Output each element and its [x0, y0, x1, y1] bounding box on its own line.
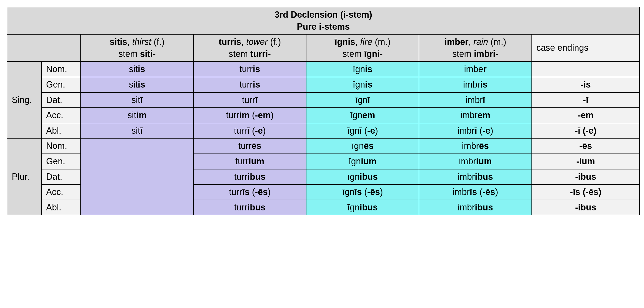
cell-imber-plur-acc: imbrīs (-ēs) — [419, 184, 532, 200]
row-sing-dat: Dat. sitī turrī īgnī imbrī -ī — [7, 92, 640, 108]
row-sing-abl: Abl. sitī turrī (-e) īgnī (-e) imbrī (-e… — [7, 123, 640, 138]
ending-sing-dat: -ī — [532, 92, 640, 108]
cell-imber-sing-nom: imber — [419, 62, 532, 77]
cell-ignis-plur-gen: īgnium — [306, 154, 419, 169]
ending-plur-nom: -ēs — [532, 138, 640, 154]
row-plur-nom: Plur. Nom. turrēs īgnēs imbrēs -ēs — [7, 138, 640, 154]
table-title: 3rd Declension (i-stem) Pure i-stems — [7, 7, 640, 34]
label-dat: Dat. — [42, 92, 81, 108]
declension-table: 3rd Declension (i-stem) Pure i-stems sit… — [7, 7, 640, 215]
cell-sitis-sing-abl: sitī — [81, 123, 194, 138]
cell-turris-sing-gen: turris — [194, 77, 306, 92]
cell-imber-sing-gen: imbris — [419, 77, 532, 92]
cell-sitis-sing-nom: sitis — [81, 62, 194, 77]
cell-ignis-plur-dat: īgnibus — [306, 169, 419, 185]
cell-turris-sing-dat: turrī — [194, 92, 306, 108]
cell-ignis-plur-nom: īgnēs — [306, 138, 419, 154]
cell-imber-plur-dat: imbribus — [419, 169, 532, 185]
label-abl-pl: Abl. — [42, 200, 81, 215]
header-blank — [7, 34, 81, 62]
ending-plur-abl: -ibus — [532, 200, 640, 215]
label-nom-pl: Nom. — [42, 138, 81, 154]
cell-imber-plur-nom: imbrēs — [419, 138, 532, 154]
label-nom: Nom. — [42, 62, 81, 77]
row-sing-gen: Gen. sitis turris īgnis imbris -is — [7, 77, 640, 92]
ending-sing-acc: -em — [532, 108, 640, 123]
row-sing-acc: Acc. sitim turrim (-em) īgnem imbrem -em — [7, 108, 640, 123]
title-line-2: Pure i-stems — [297, 22, 350, 32]
label-gen: Gen. — [42, 77, 81, 92]
header-imber: imber, rain (m.) stem imbri- — [419, 34, 532, 62]
ending-sing-nom — [532, 62, 640, 77]
ending-plur-dat: -ibus — [532, 169, 640, 185]
title-line-1: 3rd Declension (i-stem) — [274, 10, 372, 20]
label-gen-pl: Gen. — [42, 154, 81, 169]
cell-sitis-plur-empty — [81, 138, 194, 215]
cell-ignis-sing-acc: īgnem — [306, 108, 419, 123]
label-acc-pl: Acc. — [42, 184, 81, 200]
cell-ignis-plur-abl: īgnibus — [306, 200, 419, 215]
header-sitis: sitis, thirst (f.) stem siti- — [81, 34, 194, 62]
label-acc: Acc. — [42, 108, 81, 123]
cell-imber-plur-abl: imbribus — [419, 200, 532, 215]
cell-ignis-sing-dat: īgnī — [306, 92, 419, 108]
cell-turris-plur-dat: turribus — [194, 169, 306, 185]
cell-turris-plur-gen: turrium — [194, 154, 306, 169]
cell-imber-plur-gen: imbrium — [419, 154, 532, 169]
cell-ignis-sing-gen: īgnis — [306, 77, 419, 92]
cell-turris-sing-abl: turrī (-e) — [194, 123, 306, 138]
ending-sing-gen: -is — [532, 77, 640, 92]
cell-sitis-sing-gen: sitis — [81, 77, 194, 92]
ending-plur-gen: -ium — [532, 154, 640, 169]
cell-imber-sing-acc: imbrem — [419, 108, 532, 123]
ending-plur-acc: -īs (-ēs) — [532, 184, 640, 200]
cell-sitis-sing-dat: sitī — [81, 92, 194, 108]
cell-turris-sing-nom: turris — [194, 62, 306, 77]
header-ignis: īgnis, fire (m.) stem īgni- — [306, 34, 419, 62]
cell-turris-plur-acc: turrīs (-ēs) — [194, 184, 306, 200]
label-sing: Sing. — [7, 62, 42, 138]
ending-sing-abl: -ī (-e) — [532, 123, 640, 138]
cell-imber-sing-dat: imbrī — [419, 92, 532, 108]
cell-ignis-sing-nom: īgnis — [306, 62, 419, 77]
header-endings: case endings — [532, 34, 640, 62]
label-dat-pl: Dat. — [42, 169, 81, 185]
cell-sitis-sing-acc: sitim — [81, 108, 194, 123]
label-abl: Abl. — [42, 123, 81, 138]
cell-turris-sing-acc: turrim (-em) — [194, 108, 306, 123]
label-plur: Plur. — [7, 138, 42, 215]
cell-ignis-sing-abl: īgnī (-e) — [306, 123, 419, 138]
cell-ignis-plur-acc: īgnīs (-ēs) — [306, 184, 419, 200]
cell-turris-plur-nom: turrēs — [194, 138, 306, 154]
cell-imber-sing-abl: imbrī (-e) — [419, 123, 532, 138]
cell-turris-plur-abl: turribus — [194, 200, 306, 215]
header-turris: turris, tower (f.) stem turri- — [194, 34, 306, 62]
row-sing-nom: Sing. Nom. sitis turris īgnis imber — [7, 62, 640, 77]
